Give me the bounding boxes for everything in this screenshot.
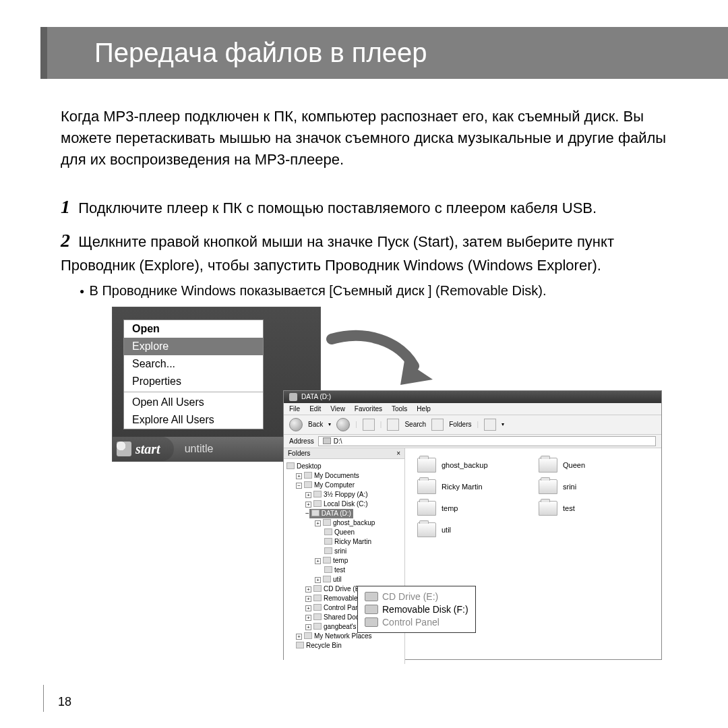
drive-icon bbox=[289, 393, 297, 401]
page-title: Передача файлов в плеер bbox=[94, 38, 728, 68]
page-number-divider bbox=[43, 685, 44, 712]
taskbar-item[interactable]: untitle bbox=[185, 443, 214, 455]
folder-item[interactable]: util bbox=[417, 522, 512, 537]
start-button[interactable]: start bbox=[113, 437, 174, 461]
ctx-properties[interactable]: Properties bbox=[124, 373, 263, 390]
folder-item[interactable]: test bbox=[539, 501, 633, 516]
ctx-open-all-users[interactable]: Open All Users bbox=[124, 394, 263, 411]
context-menu: Open Explore Search... Properties Open A… bbox=[123, 320, 264, 429]
drive-icon bbox=[365, 592, 378, 601]
address-value: D:\ bbox=[334, 437, 342, 445]
folder-icon bbox=[539, 501, 557, 516]
menu-view[interactable]: View bbox=[330, 405, 345, 413]
tree-ghost[interactable]: +ghost_backup bbox=[315, 518, 402, 528]
tree-temp[interactable]: +temp bbox=[315, 556, 402, 566]
explorer-title-text: DATA (D:) bbox=[301, 393, 331, 400]
folder-icon bbox=[417, 522, 436, 537]
back-button[interactable]: Back bbox=[308, 421, 323, 428]
explorer-menubar: File Edit View Favorites Tools Help bbox=[284, 403, 661, 415]
intro-text: Когда МР3-плеер подключен к ПК, компьюте… bbox=[61, 106, 667, 171]
ctx-search[interactable]: Search... bbox=[124, 355, 263, 373]
explorer-toolbar: Back ▾ | | Search Folders | ▾ bbox=[284, 415, 661, 435]
step-2-text: Щелкните правой кнопкой мыши на значке П… bbox=[61, 233, 614, 274]
tree-recycle-bin[interactable]: Recycle Bin bbox=[296, 641, 402, 650]
ctx-open[interactable]: Open bbox=[124, 320, 263, 338]
step-1: 1 Подключите плеер к ПК с помощью постав… bbox=[61, 193, 667, 221]
search-button[interactable]: Search bbox=[404, 421, 426, 428]
tree-data-d[interactable]: DATA (D:) bbox=[309, 509, 353, 518]
ctx-explore-all-users[interactable]: Explore All Users bbox=[124, 411, 263, 429]
menu-tools[interactable]: Tools bbox=[392, 405, 407, 413]
explorer-addressbar: Address D:\ bbox=[284, 435, 661, 448]
folders-button[interactable]: Folders bbox=[449, 421, 471, 428]
page-number: 18 bbox=[58, 695, 71, 709]
tree-header: Folders × bbox=[284, 448, 404, 459]
removable-disk-callout: CD Drive (E:) Removable Disk (F:) Contro… bbox=[357, 586, 476, 634]
ctx-separator bbox=[124, 392, 263, 392]
callout-line3: Control Panel bbox=[365, 616, 468, 629]
callout-line2: Removable Disk (F:) bbox=[365, 603, 468, 616]
search-icon[interactable] bbox=[387, 419, 399, 431]
folders-icon[interactable] bbox=[431, 419, 444, 431]
tree-header-label: Folders bbox=[288, 450, 310, 457]
tree-srini[interactable]: srini bbox=[324, 547, 402, 556]
menu-help[interactable]: Help bbox=[417, 405, 431, 413]
ctx-explore[interactable]: Explore bbox=[124, 338, 263, 355]
tree-my-documents[interactable]: +My Documents bbox=[296, 471, 402, 481]
forward-icon[interactable] bbox=[336, 418, 350, 431]
drive-icon bbox=[365, 605, 378, 614]
folder-icon bbox=[417, 479, 436, 494]
menu-edit[interactable]: Edit bbox=[309, 405, 321, 413]
callout-line1: CD Drive (E:) bbox=[365, 590, 468, 603]
explorer-titlebar: DATA (D:) bbox=[284, 391, 661, 403]
step-1-text: Подключите плеер к ПК с помощью поставля… bbox=[78, 200, 597, 216]
folder-icon bbox=[417, 501, 436, 516]
tree-desktop[interactable]: Desktop bbox=[286, 462, 402, 471]
folder-icon bbox=[539, 458, 557, 473]
address-input[interactable]: D:\ bbox=[318, 436, 656, 446]
step-2-number: 2 bbox=[61, 230, 70, 251]
tree-test[interactable]: test bbox=[324, 566, 402, 575]
menu-favorites[interactable]: Favorites bbox=[355, 405, 382, 413]
step-2-bullet: В Проводнике Windows показывается [Съемн… bbox=[80, 283, 667, 299]
tree-local-c[interactable]: +Local Disk (C:) bbox=[305, 499, 402, 509]
tree-ricky[interactable]: Ricky Martin bbox=[324, 537, 402, 547]
address-label: Address bbox=[289, 437, 314, 445]
folder-icon bbox=[417, 458, 436, 473]
tree-util[interactable]: +util bbox=[315, 575, 402, 584]
folder-item[interactable]: ghost_backup bbox=[417, 458, 512, 473]
arrow-icon bbox=[325, 327, 433, 388]
tree-floppy[interactable]: +3½ Floppy (A:) bbox=[305, 490, 402, 499]
up-icon[interactable] bbox=[363, 419, 375, 431]
page-content: Когда МР3-плеер подключен к ПК, компьюте… bbox=[0, 79, 728, 657]
page-title-bar: Передача файлов в плеер bbox=[40, 27, 728, 79]
illustration: Open Explore Search... Properties Open A… bbox=[61, 307, 667, 657]
menu-file[interactable]: File bbox=[289, 405, 300, 413]
back-icon[interactable] bbox=[289, 418, 303, 431]
tree-my-computer[interactable]: −My Computer bbox=[296, 481, 402, 490]
tree-queen[interactable]: Queen bbox=[324, 528, 402, 537]
folder-item[interactable]: Ricky Martin bbox=[417, 479, 512, 494]
drive-icon bbox=[365, 617, 378, 627]
folder-item[interactable]: temp bbox=[417, 501, 512, 516]
folder-icon bbox=[539, 479, 557, 494]
step-1-number: 1 bbox=[61, 196, 70, 217]
close-tree-icon[interactable]: × bbox=[396, 450, 400, 457]
drive-icon bbox=[323, 437, 331, 444]
folder-item[interactable]: Queen bbox=[539, 458, 633, 473]
step-2: 2 Щелкните правой кнопкой мыши на значке… bbox=[61, 227, 667, 276]
views-icon[interactable] bbox=[484, 419, 496, 431]
folder-item[interactable]: srini bbox=[539, 479, 633, 494]
